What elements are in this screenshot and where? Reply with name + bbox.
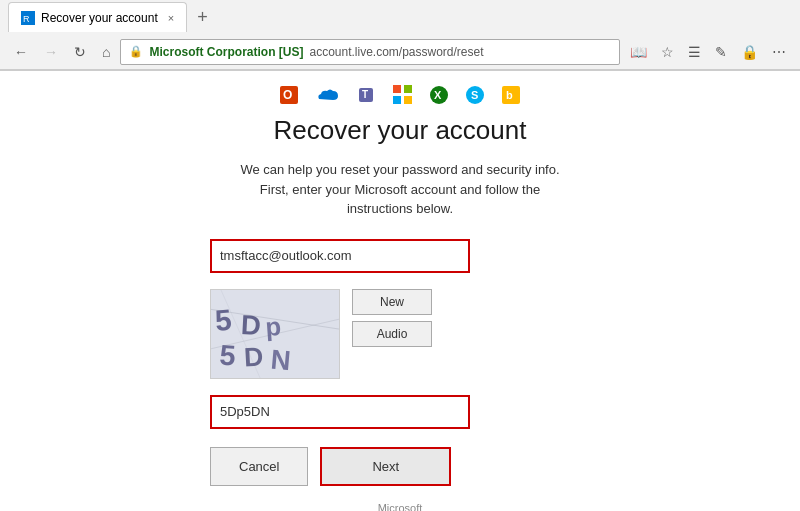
back-button[interactable]: ←	[8, 40, 34, 64]
svg-text:5: 5	[214, 302, 233, 336]
captcha-input[interactable]	[210, 395, 470, 429]
next-button[interactable]: Next	[320, 447, 451, 486]
svg-text:T: T	[362, 89, 368, 100]
tab-title: Recover your account	[41, 11, 158, 25]
lock-icon: 🔒	[129, 45, 143, 58]
share-button[interactable]: 🔒	[735, 40, 764, 64]
notes-button[interactable]: ✎	[709, 40, 733, 64]
cancel-button[interactable]: Cancel	[210, 447, 308, 486]
ms-icon-bar: O T X S b	[279, 71, 521, 115]
org-name: Microsoft Corporation [US]	[149, 45, 303, 59]
hub-button[interactable]: ☰	[682, 40, 707, 64]
url-text: account.live.com/password/reset	[309, 45, 611, 59]
tab-close-icon[interactable]: ×	[168, 12, 174, 24]
svg-text:X: X	[434, 89, 442, 101]
page-content: O T X S b	[0, 71, 800, 511]
new-tab-button[interactable]: +	[191, 7, 214, 28]
office-icon: O	[279, 85, 299, 105]
tab-favicon-icon: R	[21, 11, 35, 25]
nav-bar: ← → ↻ ⌂ 🔒 Microsoft Corporation [US] acc…	[0, 34, 800, 70]
form-container: 5 D p 5 D N New Audio	[210, 239, 590, 512]
browser-chrome: R Recover your account × + ← → ↻ ⌂ 🔒 Mic…	[0, 0, 800, 71]
address-bar[interactable]: 🔒 Microsoft Corporation [US] account.liv…	[120, 39, 620, 65]
captcha-image: 5 D p 5 D N	[210, 289, 340, 379]
captcha-buttons: New Audio	[352, 289, 432, 347]
reading-view-button[interactable]: 📖	[624, 40, 653, 64]
forward-button[interactable]: →	[38, 40, 64, 64]
svg-text:D: D	[240, 309, 262, 341]
skype-icon: S	[465, 85, 485, 105]
page-description: We can help you reset your password and …	[230, 160, 570, 219]
svg-text:S: S	[471, 89, 478, 101]
microsoft-logo-icon	[393, 85, 413, 105]
svg-text:b: b	[506, 89, 513, 101]
favorites-button[interactable]: ☆	[655, 40, 680, 64]
bing-icon: b	[501, 85, 521, 105]
refresh-button[interactable]: ↻	[68, 40, 92, 64]
svg-text:5: 5	[218, 338, 236, 371]
svg-text:R: R	[23, 14, 30, 24]
home-button[interactable]: ⌂	[96, 40, 116, 64]
more-button[interactable]: ⋯	[766, 40, 792, 64]
xbox-icon: X	[429, 85, 449, 105]
onedrive-icon	[315, 87, 339, 103]
email-input[interactable]	[210, 239, 470, 273]
nav-right-buttons: 📖 ☆ ☰ ✎ 🔒 ⋯	[624, 40, 792, 64]
svg-text:p: p	[265, 311, 283, 340]
active-tab[interactable]: R Recover your account ×	[8, 2, 187, 32]
svg-text:D: D	[243, 341, 264, 372]
audio-captcha-button[interactable]: Audio	[352, 321, 432, 347]
footer-text: Microsoft	[378, 502, 423, 512]
teams-icon: T	[355, 85, 377, 105]
svg-text:N: N	[270, 343, 293, 376]
page-title: Recover your account	[274, 115, 527, 146]
tab-bar: R Recover your account × +	[0, 0, 800, 34]
new-captcha-button[interactable]: New	[352, 289, 432, 315]
button-row: Cancel Next	[210, 447, 451, 486]
svg-text:O: O	[283, 88, 292, 102]
captcha-section: 5 D p 5 D N New Audio	[210, 289, 590, 379]
